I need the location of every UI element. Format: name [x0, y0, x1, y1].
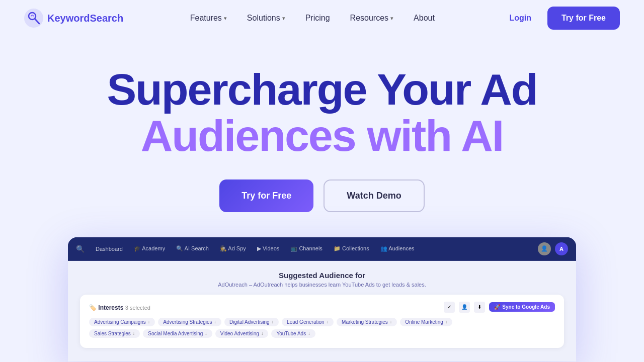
dashboard-topnav: 🔍 Dashboard 🎓 Academy 🔍 AI Search 🕵️ Ad …: [68, 237, 576, 261]
logo-icon: [24, 9, 43, 28]
tag-advertising-strategies[interactable]: Advertising Strategies ↓: [158, 318, 221, 326]
avatar-user: 👤: [538, 242, 551, 255]
chevron-down-icon: ▾: [390, 15, 393, 22]
login-button[interactable]: Login: [501, 10, 539, 27]
tag-social-media-advertising[interactable]: Social Media Advertising ↓: [143, 329, 212, 338]
interests-actions: ✓ 👤 ⬇ 🚀 Sync to Google Ads: [444, 302, 555, 313]
dash-nav-audiences[interactable]: 👥 Audiences: [376, 243, 419, 254]
logo[interactable]: KeywordSearch: [24, 9, 123, 28]
nav-item-pricing[interactable]: Pricing: [297, 10, 338, 27]
interests-header: 🏷️ Interests 3 selected ✓ 👤 ⬇ 🚀 Sync to …: [89, 302, 555, 313]
tag-advertising-campaigns[interactable]: Advertising Campaigns ↓: [89, 318, 155, 326]
dashboard-content: Suggested Audience for AdOutreach – AdOu…: [68, 261, 576, 361]
logo-text-search: Search: [90, 13, 123, 24]
nav-label-pricing: Pricing: [305, 14, 330, 23]
nav-right: Login Try for Free: [501, 7, 620, 30]
dashboard-search-icon: 🔍: [76, 245, 85, 253]
chevron-down-icon: ▾: [224, 15, 227, 22]
nav-label-resources: Resources: [350, 14, 388, 23]
nav-label-about: About: [414, 14, 435, 23]
nav-links: Features ▾ Solutions ▾ Pricing Resources…: [182, 10, 443, 27]
nav-link-pricing[interactable]: Pricing: [297, 10, 338, 27]
hero-title: Supercharge Your Ad Audiences with AI: [20, 66, 624, 159]
nav-label-features: Features: [190, 14, 222, 23]
dash-nav-ad-spy[interactable]: 🕵️ Ad Spy: [216, 243, 250, 254]
nav-link-resources[interactable]: Resources ▾: [342, 10, 401, 27]
tag-lead-generation[interactable]: Lead Generation ↓: [282, 318, 334, 326]
hero-section: Supercharge Your Ad Audiences with AI Tr…: [0, 36, 644, 362]
nav-item-about[interactable]: About: [406, 10, 443, 27]
download-icon[interactable]: ⬇: [474, 302, 485, 313]
nav-item-features[interactable]: Features ▾: [182, 10, 235, 27]
main-nav: KeywordSearch Features ▾ Solutions ▾ Pri…: [0, 0, 644, 36]
chevron-down-icon: ▾: [282, 15, 285, 22]
dash-nav-collections[interactable]: 📁 Collections: [330, 243, 373, 254]
tag-video-advertising[interactable]: Video Advertising ↓: [215, 329, 269, 338]
dash-nav-academy[interactable]: 🎓 Academy: [130, 243, 169, 254]
nav-link-solutions[interactable]: Solutions ▾: [239, 10, 293, 27]
tag-marketing-strategies[interactable]: Marketing Strategies ↓: [337, 318, 397, 326]
try-for-free-nav-button[interactable]: Try for Free: [547, 7, 620, 30]
nav-label-solutions: Solutions: [247, 14, 280, 23]
google-ads-icon: 🚀: [494, 304, 500, 310]
logo-text: KeywordSearch: [47, 13, 123, 24]
interests-label-text: Interests: [98, 304, 123, 311]
check-icon[interactable]: ✓: [444, 302, 455, 313]
sync-google-ads-button[interactable]: 🚀 Sync to Google Ads: [489, 302, 555, 312]
nav-link-about[interactable]: About: [406, 10, 443, 27]
dash-nav-videos[interactable]: ▶ Videos: [253, 243, 284, 254]
hero-buttons: Try for Free Watch Demo: [20, 179, 624, 212]
tag-online-marketing[interactable]: Online Marketing ↓: [400, 318, 452, 326]
dash-nav-ai-search[interactable]: 🔍 AI Search: [172, 243, 213, 254]
tag-digital-advertising[interactable]: Digital Advertising ↓: [224, 318, 279, 326]
tag-youtube-ads[interactable]: YouTube Ads ↓: [271, 329, 315, 338]
dash-section-title: Suggested Audience for: [80, 271, 564, 280]
dash-nav-dashboard[interactable]: Dashboard: [92, 244, 127, 254]
avatar-initials: A: [555, 242, 568, 255]
interests-count: 3 selected: [125, 305, 150, 311]
hero-title-part1: Supercharge Your Ad: [107, 64, 537, 114]
interests-label: 🏷️ Interests: [89, 304, 125, 311]
sync-label-text: Sync to Google Ads: [502, 304, 550, 310]
interests-card: 🏷️ Interests 3 selected ✓ 👤 ⬇ 🚀 Sync to …: [80, 295, 564, 348]
try-for-free-hero-button[interactable]: Try for Free: [219, 179, 313, 212]
hero-title-part2: Audiences with AI: [141, 111, 504, 160]
nav-item-solutions[interactable]: Solutions ▾: [239, 10, 293, 27]
watch-demo-button[interactable]: Watch Demo: [324, 179, 424, 212]
logo-text-keyword: Keyword: [47, 13, 90, 24]
tags-row-2: Sales Strategies ↓ Social Media Advertis…: [89, 329, 555, 338]
dash-section-sub: AdOutreach – AdOutreach helps businesses…: [80, 282, 564, 288]
dashboard-preview: 🔍 Dashboard 🎓 Academy 🔍 AI Search 🕵️ Ad …: [68, 237, 576, 361]
interests-label-group: 🏷️ Interests 3 selected: [89, 303, 150, 312]
profile-icon[interactable]: 👤: [459, 302, 470, 313]
tags-row-1: Advertising Campaigns ↓ Advertising Stra…: [89, 318, 555, 326]
svg-point-0: [24, 9, 43, 28]
dash-nav-channels[interactable]: 📺 Channels: [286, 243, 327, 254]
dash-avatar-group: 👤 A: [538, 242, 568, 255]
tag-sales-strategies[interactable]: Sales Strategies ↓: [89, 329, 140, 338]
nav-link-features[interactable]: Features ▾: [182, 10, 235, 27]
nav-item-resources[interactable]: Resources ▾: [342, 10, 401, 27]
